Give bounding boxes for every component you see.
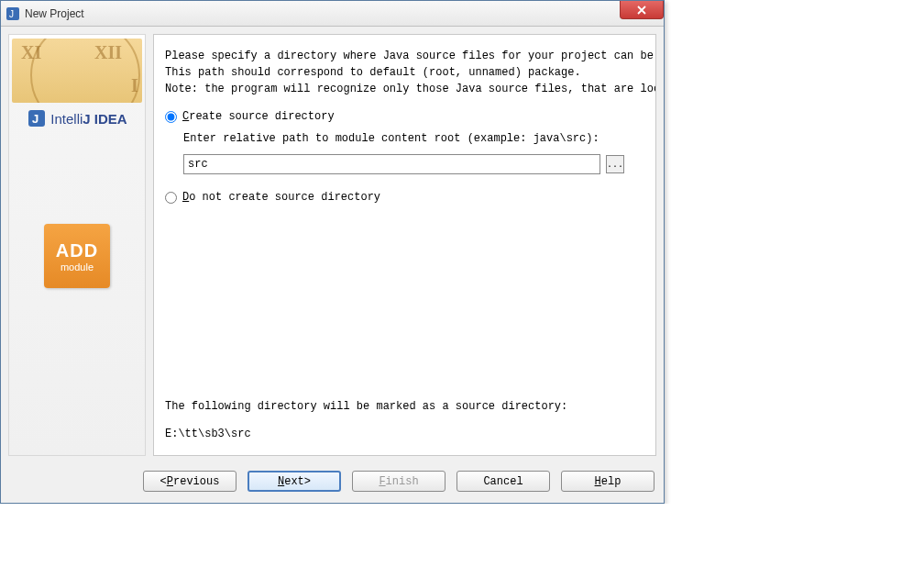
browse-button[interactable]: ... [606, 155, 624, 173]
footer-label: The following directory will be marked a… [165, 400, 644, 413]
module-label: module [60, 261, 94, 272]
next-button[interactable]: Next > [248, 471, 341, 492]
finish-button: Finish [352, 471, 446, 492]
info-line3: Note: the program will recognize only th… [165, 81, 644, 97]
help-button[interactable]: Help [561, 471, 654, 492]
new-project-window: J New Project XII I XI J IntelliJ IDEA [0, 0, 665, 504]
close-button[interactable] [620, 1, 664, 19]
app-icon: J [5, 6, 21, 22]
create-source-label: Create source directory [182, 110, 335, 123]
add-module-badge: ADD module [44, 224, 110, 288]
brand-text: IntelliJ IDEA [50, 111, 126, 127]
svg-text:J: J [9, 9, 14, 19]
svg-text:J: J [32, 112, 38, 126]
info-text: Please specify a directory where Java so… [165, 48, 644, 97]
previous-button[interactable]: < PPreviousrevious [143, 471, 236, 492]
no-source-label: Do not create source directory [182, 191, 380, 204]
logo-area: XII I XI J IntelliJ IDEA [9, 35, 145, 132]
create-source-radio-row[interactable]: Create source directory [165, 110, 644, 123]
source-path-input[interactable] [183, 154, 600, 174]
info-line2: This path should correspond to default (… [165, 64, 644, 81]
window-title: New Project [25, 7, 84, 20]
close-icon [637, 6, 646, 15]
main-panel: Please specify a directory where Java so… [153, 34, 656, 456]
intellij-icon: J [27, 108, 47, 128]
logo-background: XII I XI [12, 39, 142, 103]
info-line1: Please specify a directory where Java so… [165, 48, 644, 64]
relative-path-label: Enter relative path to module content ro… [183, 132, 644, 145]
create-source-radio[interactable] [165, 111, 177, 123]
no-source-radio[interactable] [165, 192, 177, 204]
wizard-sidebar: XII I XI J IntelliJ IDEA ADD module [8, 34, 146, 456]
window-body: XII I XI J IntelliJ IDEA ADD module Plea… [1, 27, 664, 463]
brand-row: J IntelliJ IDEA [27, 108, 126, 128]
no-source-radio-row[interactable]: Do not create source directory [165, 191, 644, 204]
path-input-row: ... [183, 154, 644, 174]
wizard-buttons: < PPreviousrevious Next > Finish Cancel … [1, 463, 664, 503]
resolved-path: E:\tt\sb3\src [165, 428, 644, 440]
add-label: ADD [56, 240, 98, 261]
titlebar: J New Project [1, 1, 664, 27]
cancel-button[interactable]: Cancel [456, 471, 550, 492]
